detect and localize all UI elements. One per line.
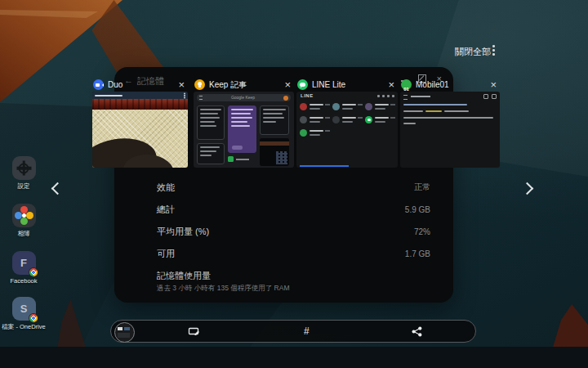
duo-app-icon[interactable] xyxy=(93,79,104,90)
duo-thumbnail[interactable] xyxy=(92,92,188,168)
row-label: 總計 xyxy=(157,204,175,216)
setting-row: 總計 5.9 GB xyxy=(157,204,430,215)
setting-row: 效能 正常 xyxy=(157,182,430,193)
row-value: 1.7 GB xyxy=(405,249,430,258)
chat-item xyxy=(300,116,330,126)
recent-app-card-keep[interactable]: Keep 記事 × Google Keep xyxy=(194,78,294,92)
screenshot-toolbar: # xyxy=(110,320,476,343)
setting-row: 平均用量 (%) 72% xyxy=(157,226,430,237)
page-title-bar xyxy=(411,96,430,97)
card-header: Keep 記事 × xyxy=(194,78,294,92)
overflow-menu-icon[interactable] xyxy=(492,45,495,56)
section-title: 記憶體使用量 xyxy=(157,270,211,282)
text-line xyxy=(403,117,493,119)
keep-thumbnail[interactable]: Google Keep xyxy=(194,92,294,168)
chat-item xyxy=(332,116,363,126)
line-progress-bar xyxy=(300,165,349,167)
text-line xyxy=(403,104,467,105)
card-title: Keep 記事 xyxy=(209,79,278,91)
keep-note-purple xyxy=(228,105,256,153)
line-lite-thumbnail[interactable]: LINE xyxy=(296,92,398,168)
text-line xyxy=(444,110,469,112)
row-value: 正常 xyxy=(414,182,430,193)
duo-photo-wood-trim xyxy=(92,99,188,110)
gallery-pinwheel-icon xyxy=(12,204,36,227)
chrome-badge-icon xyxy=(29,268,38,276)
chat-item xyxy=(300,129,330,139)
card-title: Mobile01 xyxy=(416,80,483,89)
link-text-line xyxy=(425,110,442,112)
shortcut-facebook[interactable]: F Facebook xyxy=(0,251,47,285)
setting-row: 可用 1.7 GB xyxy=(157,248,430,259)
recent-app-card-mobile01[interactable]: 01 Mobile01 × xyxy=(400,78,500,92)
row-value: 5.9 GB xyxy=(405,205,430,214)
close-icon[interactable]: × xyxy=(385,79,397,91)
keep-line-chip xyxy=(228,156,256,162)
keep-note xyxy=(197,105,225,140)
duo-call-bar xyxy=(92,92,188,99)
keep-label-chip xyxy=(232,146,243,150)
keep-note xyxy=(260,105,289,135)
row-label: 可用 xyxy=(157,248,175,260)
keep-app-icon[interactable] xyxy=(194,79,205,90)
shortcut-label: 相簿 xyxy=(0,230,47,238)
share-icon[interactable] xyxy=(412,326,422,337)
edit-screenshot-icon[interactable] xyxy=(188,326,200,337)
facebook-letter-icon: F xyxy=(12,251,36,275)
line-lite-app-icon[interactable] xyxy=(297,79,308,90)
close-icon[interactable]: × xyxy=(176,79,187,91)
card-header: LINE Lite × xyxy=(296,78,398,92)
row-label: 效能 xyxy=(157,182,175,194)
card-header: Duo × xyxy=(92,78,188,92)
shortcut-label: 設定 xyxy=(0,182,47,191)
chat-item xyxy=(365,116,395,126)
keep-note-image xyxy=(260,138,289,166)
chat-item xyxy=(300,103,330,113)
card-title: Duo xyxy=(108,80,172,89)
avatar xyxy=(283,96,288,101)
toolbar-icons xyxy=(483,94,497,99)
section-subtitle: 過去 3 小時 小時有 135 個程序使用了 RAM xyxy=(157,284,289,294)
taskbar: f M ••• 1 92% 上午 9:28 xyxy=(0,347,588,368)
line-list-header: LINE xyxy=(301,93,314,98)
close-icon[interactable]: × xyxy=(282,79,293,91)
shortcut-settings[interactable]: 設定 xyxy=(0,156,47,191)
keep-search-bar: Google Keep xyxy=(197,94,291,101)
text-line xyxy=(403,110,423,112)
chat-item xyxy=(332,103,363,113)
recent-app-card-duo[interactable]: Duo × xyxy=(92,78,188,92)
keep-note xyxy=(197,143,225,164)
keep-search-text: Google Keep xyxy=(203,94,283,101)
onedrive-letter-icon: S xyxy=(12,297,36,321)
chat-item xyxy=(365,103,395,113)
screenshot-thumbnail[interactable] xyxy=(114,322,135,343)
shortcut-onedrive[interactable]: S 檔案 - OneDrive xyxy=(0,297,47,331)
shortcut-gallery[interactable]: 相簿 xyxy=(0,204,47,238)
row-value: 72% xyxy=(414,227,430,236)
hamburger-icon xyxy=(403,95,408,100)
card-header: 01 Mobile01 × xyxy=(400,78,500,92)
row-label: 平均用量 (%) xyxy=(157,226,209,238)
settings-gear-icon xyxy=(12,156,36,180)
card-title: LINE Lite xyxy=(312,80,381,89)
shortcut-label: Facebook xyxy=(0,277,47,285)
text-line xyxy=(403,123,416,124)
mobile01-app-icon[interactable]: 01 xyxy=(401,79,412,90)
line-toolbar-icons xyxy=(377,95,394,97)
close-all-button[interactable]: 關閉全部 xyxy=(455,46,491,58)
recent-app-card-line-lite[interactable]: LINE Lite × LINE xyxy=(296,78,398,92)
mobile01-thumbnail[interactable] xyxy=(400,92,500,168)
chrome-badge-icon xyxy=(29,314,38,322)
tag-hashtag-icon[interactable]: # xyxy=(304,325,310,337)
shortcut-label: 檔案 - OneDrive xyxy=(0,323,47,331)
close-icon[interactable]: × xyxy=(488,79,499,91)
